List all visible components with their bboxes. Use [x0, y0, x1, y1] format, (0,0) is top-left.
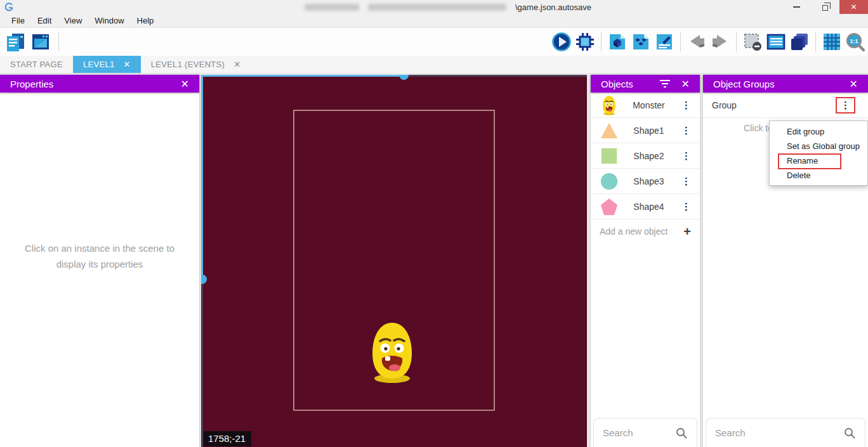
tab-start-page[interactable]: START PAGE: [0, 56, 73, 73]
menu-file[interactable]: File: [5, 15, 31, 27]
object-row-shape3[interactable]: Shape3 ⋮: [591, 169, 700, 194]
objects-search-input[interactable]: [603, 427, 675, 438]
objects-search-box: [593, 418, 697, 447]
menu-item-edit-group[interactable]: Edit group: [770, 124, 867, 139]
tab-bar: START PAGE LEVEL1 ✕ LEVEL1 (EVENTS) ✕: [0, 56, 868, 73]
minimize-icon[interactable]: [782, 0, 811, 14]
filter-icon[interactable]: [660, 80, 670, 87]
project-manager-icon[interactable]: [4, 30, 27, 53]
menu-window[interactable]: Window: [88, 15, 130, 27]
object-groups-panel-icon[interactable]: [629, 30, 652, 53]
toolbar-divider: [680, 32, 681, 51]
svg-text:1:1: 1:1: [850, 38, 858, 44]
add-new-object-button[interactable]: Add a new object +: [591, 219, 700, 243]
title-filename: \game.json.autosave: [515, 3, 591, 12]
more-options-icon[interactable]: ⋮: [679, 99, 694, 111]
window-title: \game.json.autosave: [305, 0, 591, 14]
object-name: Monster: [619, 100, 679, 110]
monster-instance[interactable]: [368, 320, 416, 384]
selection-handle-left[interactable]: [201, 275, 207, 284]
search-icon: [675, 427, 688, 439]
gdevelop-window: \game.json.autosave ✕ File Edit View Win…: [0, 0, 868, 447]
properties-panel-header: Properties ✕: [0, 75, 199, 93]
triangle-thumbnail: [600, 120, 619, 141]
groups-search-input[interactable]: [715, 427, 843, 438]
properties-panel: Properties ✕ Click on an instance in the…: [0, 75, 199, 447]
tab-label: START PAGE: [10, 60, 63, 69]
object-row-shape4[interactable]: Shape4 ⋮: [591, 194, 700, 219]
redacted-path-segment: [368, 4, 506, 11]
close-panel-icon[interactable]: ✕: [181, 78, 189, 90]
menu-bar: File Edit View Window Help: [0, 14, 868, 28]
objects-panel-icon[interactable]: [606, 30, 629, 53]
monster-thumbnail: [600, 95, 619, 115]
selection-edge-left: [201, 75, 203, 281]
more-options-icon[interactable]: ⋮: [679, 150, 694, 162]
redo-icon[interactable]: [709, 30, 732, 53]
properties-panel-title: Properties: [10, 79, 53, 89]
debug-icon[interactable]: [574, 30, 596, 53]
object-name: Shape1: [619, 126, 679, 136]
more-options-icon[interactable]: ⋮: [679, 200, 694, 212]
object-name: Shape4: [619, 202, 679, 212]
close-icon[interactable]: ✕: [839, 0, 868, 14]
window-controls: ✕: [782, 0, 868, 14]
search-icon: [843, 427, 856, 439]
grid-icon[interactable]: [820, 30, 843, 53]
mask-icon[interactable]: [741, 30, 764, 53]
circle-thumbnail: [600, 171, 619, 191]
properties-empty-message: Click on an instance in the scene to dis…: [0, 241, 199, 273]
toolbar-divider: [736, 32, 737, 51]
square-thumbnail: [600, 146, 619, 166]
title-bar: \game.json.autosave ✕: [0, 0, 868, 14]
selection-edge-top-continuation: [408, 75, 587, 77]
pentagon-thumbnail: [600, 197, 619, 217]
undo-icon[interactable]: [685, 30, 708, 53]
layers-icon[interactable]: [788, 30, 811, 53]
properties-edit-icon[interactable]: [653, 30, 676, 53]
groups-search-box: [706, 418, 865, 447]
add-new-object-label: Add a new object: [600, 226, 683, 236]
objects-panel-title: Objects: [601, 79, 633, 89]
tab-level1[interactable]: LEVEL1 ✕: [73, 56, 141, 73]
zoom-1-1-icon[interactable]: 1:1: [844, 30, 867, 53]
group-context-menu: Edit group Set as Global group Rename De…: [769, 120, 868, 186]
group-more-options-icon[interactable]: ⋮: [836, 97, 855, 113]
menu-item-set-global-group[interactable]: Set as Global group: [770, 139, 867, 153]
menu-edit[interactable]: Edit: [31, 15, 58, 27]
object-row-shape1[interactable]: Shape1 ⋮: [591, 118, 700, 143]
selection-handle-top[interactable]: [399, 75, 409, 80]
more-options-icon[interactable]: ⋮: [679, 175, 694, 187]
more-options-icon[interactable]: ⋮: [679, 124, 694, 136]
objects-panel: Objects ✕ Mo: [591, 75, 700, 447]
tab-label: LEVEL1: [83, 60, 115, 69]
selection-edge-top: [201, 75, 408, 77]
menu-view[interactable]: View: [58, 15, 88, 27]
gdevelop-logo-icon: [4, 3, 14, 12]
tab-level1-events[interactable]: LEVEL1 (EVENTS) ✕: [141, 56, 251, 73]
toolbar-divider: [815, 32, 816, 51]
tab-close-icon[interactable]: ✕: [123, 60, 130, 69]
toolbar-divider: [58, 32, 59, 51]
add-group-hint-text: Click to: [703, 123, 773, 133]
scene-properties-icon[interactable]: [29, 30, 52, 53]
tab-label: LEVEL1 (EVENTS): [151, 60, 225, 69]
objects-panel-header: Objects ✕: [591, 75, 700, 93]
menu-item-delete[interactable]: Delete: [770, 168, 867, 183]
object-row-shape2[interactable]: Shape2 ⋮: [591, 143, 700, 169]
cursor-coordinates: 1758;-21: [204, 431, 251, 446]
instances-list-icon[interactable]: [765, 30, 787, 53]
restore-icon[interactable]: [811, 0, 839, 14]
tab-close-icon[interactable]: ✕: [233, 60, 240, 69]
close-panel-icon[interactable]: ✕: [850, 78, 858, 90]
group-row[interactable]: Group ⋮: [703, 93, 868, 118]
object-row-monster[interactable]: Monster ⋮: [591, 93, 700, 118]
menu-help[interactable]: Help: [131, 15, 161, 27]
scene-canvas[interactable]: 1758;-21: [201, 75, 587, 447]
object-name: Shape3: [619, 176, 679, 186]
close-panel-icon[interactable]: ✕: [681, 78, 690, 90]
play-icon[interactable]: [550, 30, 573, 53]
toolbar-divider: [601, 32, 602, 51]
menu-item-rename[interactable]: Rename: [770, 153, 867, 168]
plus-icon: +: [683, 224, 691, 239]
